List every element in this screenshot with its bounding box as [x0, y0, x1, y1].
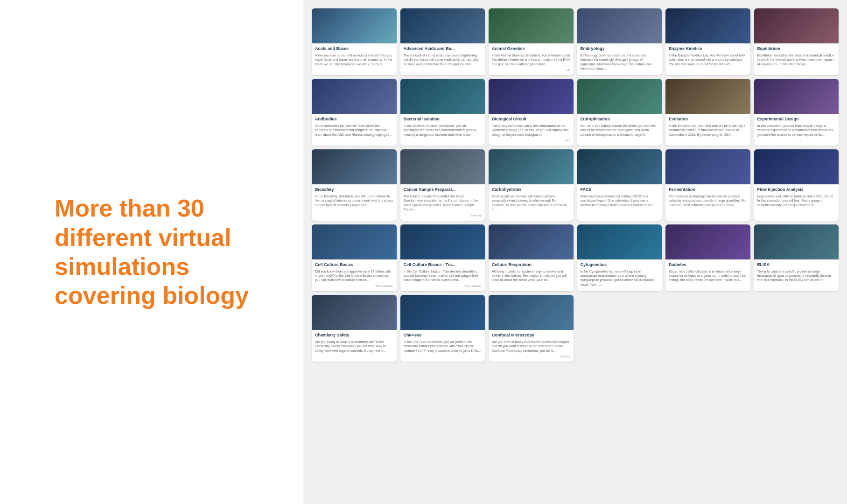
- card-image: [577, 79, 662, 114]
- simulation-card-enzyme-kinetics[interactable]: Enzyme Kinetics In the Enzyme Kinetics L…: [665, 8, 750, 75]
- card-body: Equilibrium Equilibrium describes the st…: [754, 43, 839, 75]
- card-thumbnail: [489, 8, 574, 43]
- card-thumbnail: [577, 79, 662, 114]
- card-body: Eutrophication Join us in this Eutrophic…: [577, 114, 662, 146]
- card-image: [665, 8, 750, 43]
- card-footer: ThermoFisher: [404, 285, 482, 287]
- card-title: Evolution: [669, 117, 747, 122]
- card-body: Embryology Embryology provides evidence …: [577, 43, 662, 75]
- card-body: Cell Culture Basics - Tra... In the Cell…: [400, 259, 485, 291]
- simulation-card-cell-culture-basics-tra[interactable]: Cell Culture Basics - Tra... In the Cell…: [400, 224, 485, 291]
- card-title: Cytogenetics: [581, 262, 659, 267]
- simulations-panel[interactable]: Acids and Bases Have you ever consumed a…: [303, 0, 847, 504]
- card-description: Embryology provides evidence of a closen…: [581, 53, 659, 71]
- card-thumbnail: [489, 224, 574, 259]
- simulation-card-cytogenetics[interactable]: Cytogenetics In the Cytogenetics lab, yo…: [577, 224, 662, 291]
- card-image: [489, 149, 574, 184]
- card-image: [489, 224, 574, 259]
- simulation-card-bacterial-isolation[interactable]: Bacterial Isolation In the Bacterial Iso…: [400, 79, 485, 146]
- simulation-card-cell-culture-basics[interactable]: Cell Culture Basics Did you know there a…: [312, 224, 397, 291]
- simulation-card-confocal-microscopy[interactable]: Confocal Microscopy Are you tired of blu…: [489, 295, 574, 362]
- card-image: [665, 224, 750, 259]
- card-image: [754, 79, 839, 114]
- card-footer: FLYTEX: [492, 355, 570, 358]
- card-title: Equilibrium: [757, 46, 836, 51]
- card-image: [312, 149, 397, 184]
- card-thumbnail: [754, 8, 839, 43]
- card-title: FACS: [581, 187, 659, 192]
- card-description: In the Animal Genetics simulation, you w…: [492, 53, 570, 66]
- simulation-card-evolution[interactable]: Evolution In the Evolution lab, your fir…: [665, 79, 750, 146]
- card-description: In the ChIP-exo simulation, you will per…: [404, 340, 482, 358]
- card-body: Biosafety In the Biosafety simulation, y…: [312, 184, 397, 221]
- card-body: Cellular Respiration All living organism…: [489, 259, 574, 291]
- simulation-card-acids-and-bases[interactable]: Acids and Bases Have you ever consumed a…: [312, 8, 397, 75]
- card-footer: UF: [492, 69, 570, 71]
- card-description: The Cancer Sample Preparation for Mass S…: [404, 194, 482, 212]
- card-thumbnail: [754, 224, 839, 259]
- simulation-card-carbohydrates[interactable]: Carbohydrates Most people are familiar w…: [489, 149, 574, 221]
- simulation-card-advanced-acids[interactable]: Advanced Acids and Ba... The concept of …: [400, 8, 485, 75]
- card-thumbnail: [400, 149, 485, 184]
- simulation-card-cancer-sample[interactable]: Cancer Sample Preparat... The Cancer Sam…: [400, 149, 485, 221]
- simulation-card-embryology[interactable]: Embryology Embryology provides evidence …: [577, 8, 662, 75]
- simulation-card-cellular-respiration[interactable]: Cellular Respiration All living organism…: [489, 224, 574, 291]
- simulation-card-experimental-design[interactable]: Experimental Design In this simulation, …: [754, 79, 839, 146]
- card-thumbnail: [577, 8, 662, 43]
- card-description: In this simulation, you will learn how t…: [757, 124, 836, 142]
- card-logo: ThermoFisher: [376, 285, 393, 287]
- card-title: Embryology: [581, 46, 659, 51]
- card-title: Biosafety: [315, 187, 393, 192]
- card-thumbnail: [312, 149, 397, 184]
- simulation-card-fermentation[interactable]: Fermentation Fermentation technology can…: [665, 149, 750, 221]
- card-body: ELISA Trying to capture a specific prote…: [754, 259, 839, 291]
- card-description: Lego robots and caffeine make an interes…: [757, 194, 836, 217]
- simulation-card-diabetes[interactable]: Diabetes Sugar, also called glucose, is …: [665, 224, 750, 291]
- hero-line1: More than 30: [55, 195, 204, 222]
- simulation-card-biological-circuit[interactable]: Biological Circuit The Biological Circui…: [489, 79, 574, 146]
- simulation-card-biosafety[interactable]: Biosafety In the Biosafety simulation, y…: [312, 149, 397, 221]
- card-title: Cell Culture Basics - Tra...: [404, 262, 482, 267]
- card-description: Join us in this Eutrophication lab where…: [581, 124, 659, 142]
- simulation-card-antibodies[interactable]: Antibodies In the Antibodies lab, you wi…: [312, 79, 397, 146]
- card-body: Cancer Sample Preparat... The Cancer Sam…: [400, 184, 485, 221]
- simulation-card-elisa[interactable]: ELISA Trying to capture a specific prote…: [754, 224, 839, 291]
- card-description: Are you tired of blurry fluorescent micr…: [492, 340, 570, 353]
- simulations-grid: Acids and Bases Have you ever consumed a…: [308, 5, 842, 365]
- simulation-card-chip-exo[interactable]: ChIP-exo In the ChIP-exo simulation, you…: [400, 295, 485, 362]
- card-title: Cellular Respiration: [492, 262, 570, 267]
- simulation-card-animal-genetics[interactable]: Animal Genetics In the Animal Genetics s…: [489, 8, 574, 75]
- card-logo: MIT: [565, 139, 570, 142]
- card-image: [577, 149, 662, 184]
- card-title: Acids and Bases: [315, 46, 393, 51]
- card-description: The Biological Circuit Lab is the contin…: [492, 124, 570, 137]
- simulation-card-chemistry-safety[interactable]: Chemistry Safety Are you ready to work i…: [312, 295, 397, 362]
- card-title: Fermentation: [669, 187, 747, 192]
- card-title: Cancer Sample Preparat...: [404, 187, 482, 192]
- card-image: [312, 224, 397, 259]
- card-description: In the Cytogenetics lab, you will step i…: [581, 269, 659, 287]
- hero-line3: simulations: [55, 253, 189, 280]
- card-body: Confocal Microscopy Are you tired of blu…: [489, 330, 574, 362]
- simulation-card-flow-injection[interactable]: Flow Injection Analysis Lego robots and …: [754, 149, 839, 221]
- card-thumbnail: [665, 224, 750, 259]
- card-image: [312, 295, 397, 330]
- card-footer: SIPROS: [404, 214, 482, 217]
- card-description: Fluorescence-activated cell sorting (FAC…: [581, 194, 659, 217]
- card-body: Chemistry Safety Are you ready to work i…: [312, 330, 397, 362]
- card-thumbnail: [665, 149, 750, 184]
- card-image: [665, 79, 750, 114]
- simulation-card-facs[interactable]: FACS Fluorescence-activated cell sorting…: [577, 149, 662, 221]
- simulation-card-equilibrium[interactable]: Equilibrium Equilibrium describes the st…: [754, 8, 839, 75]
- simulation-card-eutrophication[interactable]: Eutrophication Join us in this Eutrophic…: [577, 79, 662, 146]
- card-title: Diabetes: [669, 262, 747, 267]
- card-description: Sugar, also called glucose, is an import…: [669, 269, 747, 287]
- card-image: [577, 8, 662, 43]
- card-image: [754, 8, 839, 43]
- card-body: Enzyme Kinetics In the Enzyme Kinetics L…: [665, 43, 750, 75]
- card-thumbnail: [400, 295, 485, 330]
- card-thumbnail: [312, 295, 397, 330]
- card-image: [754, 149, 839, 184]
- card-body: Diabetes Sugar, also called glucose, is …: [665, 259, 750, 291]
- card-logo: ThermoFisher: [464, 285, 482, 287]
